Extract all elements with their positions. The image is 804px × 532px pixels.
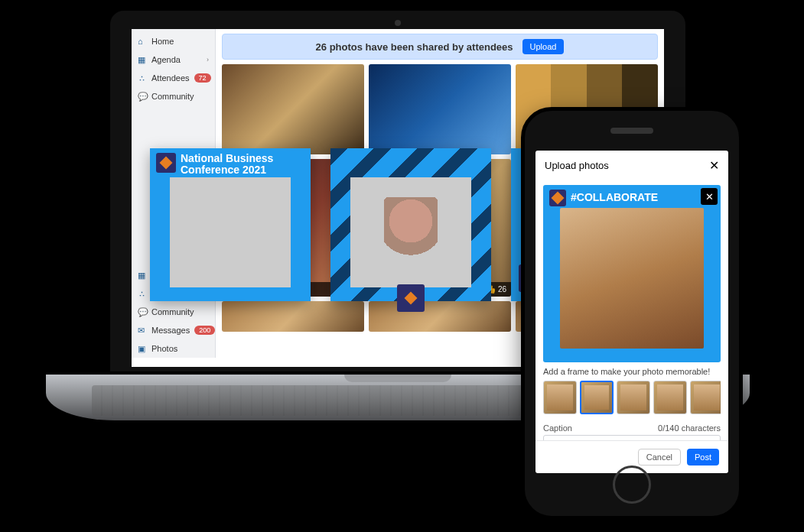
sidebar-item-label: Attendees — [151, 73, 190, 83]
sidebar-item-label: Home — [151, 37, 174, 46]
sidebar-item-community[interactable]: 💬 Community — [132, 303, 215, 321]
frame-option[interactable] — [653, 381, 687, 414]
sidebar-item-label: Agenda — [151, 55, 181, 64]
close-icon[interactable]: ✕ — [709, 158, 719, 173]
badge-count: 72 — [194, 73, 211, 83]
brand-logo-icon — [156, 153, 176, 173]
upload-button[interactable]: Upload — [522, 39, 565, 54]
chat-icon: 💬 — [138, 92, 147, 101]
image-icon: ▣ — [138, 344, 147, 353]
brand-logo-icon — [397, 284, 425, 312]
cancel-button[interactable]: Cancel — [638, 449, 681, 466]
chevron-right-icon: › — [207, 56, 209, 63]
frame-showcase: National Business Conference 2021 — [150, 148, 557, 301]
badge-count: 200 — [194, 326, 215, 335]
photo-card[interactable] — [369, 64, 511, 154]
upload-banner: 26 photos have been shared by attendees … — [222, 34, 658, 60]
frame-option[interactable] — [580, 381, 614, 414]
banner-text: 26 photos have been shared by attendees — [316, 41, 513, 53]
post-button[interactable]: Post — [687, 449, 719, 466]
preview-image — [560, 208, 704, 349]
sidebar-item-messages[interactable]: ✉ Messages 200 — [132, 321, 215, 339]
calendar-icon: ▦ — [138, 55, 147, 64]
frame-hint: Add a frame to make your photo memorable… — [543, 367, 721, 376]
home-icon: ⌂ — [138, 37, 147, 46]
mail-icon: ✉ — [138, 326, 147, 335]
brand-logo-icon — [549, 190, 566, 206]
frame-picker — [543, 381, 721, 417]
sidebar-item-label: Community — [151, 307, 194, 316]
frame-option[interactable] — [690, 381, 721, 414]
photo-frame-stripes[interactable] — [330, 148, 491, 301]
sidebar-item-attendees[interactable]: ⛬ Attendees 72 — [132, 69, 215, 87]
chat-icon: 💬 — [138, 307, 147, 316]
modal-title: Upload photos — [545, 160, 609, 171]
caption-label: Caption — [543, 423, 572, 433]
photo-frame-business[interactable]: National Business Conference 2021 — [150, 148, 311, 301]
frame-option[interactable] — [543, 381, 577, 414]
photo-card[interactable] — [222, 64, 364, 154]
frame-photo — [350, 177, 471, 287]
sidebar-item-agenda[interactable]: ▦ Agenda › — [132, 50, 215, 69]
phone-device: Upload photos ✕ #COLLABORATE ✕ Add a fra… — [521, 107, 743, 520]
photo-card[interactable] — [369, 301, 511, 332]
caption-input[interactable] — [543, 435, 721, 440]
calendar-icon: ▦ — [138, 271, 147, 280]
photo-preview: #COLLABORATE — [543, 185, 721, 362]
people-icon: ⛬ — [138, 73, 147, 83]
sidebar-item-label: Messages — [151, 326, 190, 335]
photo-preview-wrap: #COLLABORATE ✕ — [543, 185, 721, 362]
frame-title: National Business Conference 2021 — [181, 153, 306, 177]
people-icon: ⛬ — [138, 289, 147, 298]
frame-option[interactable] — [617, 381, 650, 414]
sidebar-item-photos[interactable]: ▣ Photos — [132, 339, 215, 358]
sidebar-item-label: Community — [151, 92, 194, 101]
caption-counter: 0/140 characters — [658, 423, 721, 433]
sidebar-item-community[interactable]: 💬 Community — [132, 87, 215, 105]
modal-footer: Cancel Post — [535, 440, 728, 473]
remove-photo-button[interactable]: ✕ — [701, 188, 718, 205]
sidebar-item-home[interactable]: ⌂ Home — [132, 32, 215, 50]
photo-card[interactable] — [222, 301, 364, 332]
preview-hashtag: #COLLABORATE — [571, 191, 658, 203]
modal-body: #COLLABORATE ✕ Add a frame to make your … — [535, 180, 728, 440]
frame-photo — [170, 177, 291, 287]
sidebar-item-label: Photos — [151, 344, 177, 353]
phone-screen: Upload photos ✕ #COLLABORATE ✕ Add a fra… — [535, 151, 728, 473]
caption-label-row: Caption 0/140 characters — [543, 423, 721, 433]
modal-header: Upload photos ✕ — [535, 151, 728, 180]
